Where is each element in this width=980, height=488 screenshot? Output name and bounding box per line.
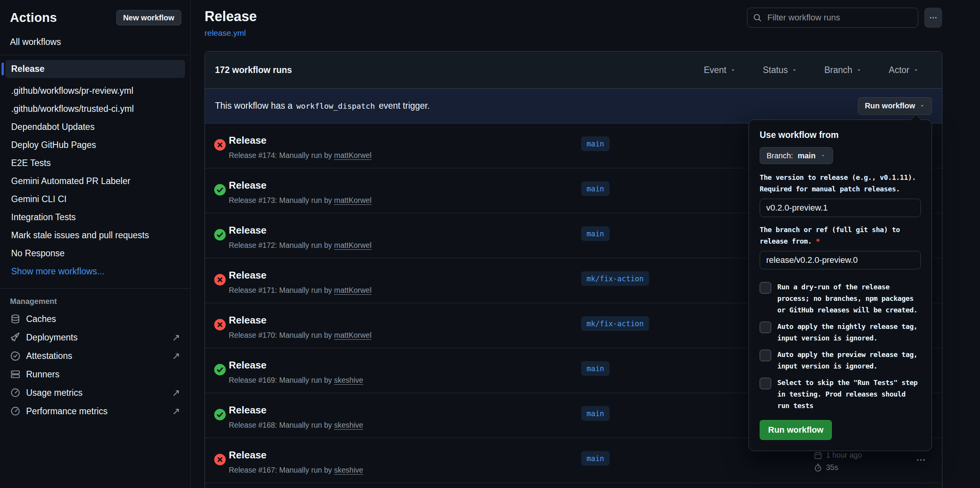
- run-title-link[interactable]: Release: [229, 449, 266, 461]
- sidebar-management-item[interactable]: Deployments ↗: [5, 328, 185, 347]
- runs-filters: Event Status Branch Actor: [701, 65, 932, 76]
- success-icon: [214, 364, 226, 375]
- checkbox[interactable]: [760, 282, 771, 294]
- version-input[interactable]: [760, 199, 921, 217]
- verified-icon: [10, 351, 20, 361]
- sidebar-workflow-item[interactable]: .github/workflows/trusted-ci.yml: [5, 100, 185, 118]
- chevron-down-icon: [820, 153, 826, 159]
- workflow-options-button[interactable]: [924, 8, 942, 28]
- arrow-up-right-icon: ↗: [172, 406, 180, 417]
- arrow-up-right-icon: ↗: [172, 332, 180, 343]
- rocket-icon: [10, 332, 20, 342]
- ref-input[interactable]: [760, 251, 921, 269]
- sidebar-workflow-item[interactable]: Integration Tests: [5, 208, 185, 226]
- runs-filter-dropdown[interactable]: Event: [701, 65, 738, 76]
- run-description: Release #170: Manually run by mattKorwel: [229, 331, 372, 340]
- sidebar-workflow-item[interactable]: Gemini CLI CI: [5, 190, 185, 208]
- branch-badge[interactable]: main: [581, 181, 610, 196]
- filter-runs-searchbox: [747, 8, 918, 28]
- run-workflow-submit-button[interactable]: Run workflow: [760, 420, 832, 440]
- run-title-link[interactable]: Release: [229, 404, 266, 416]
- actor-link[interactable]: mattKorwel: [334, 151, 372, 159]
- use-workflow-from-label: Use workflow from: [760, 130, 921, 140]
- checkbox[interactable]: [760, 378, 771, 389]
- chevron-down-icon: [730, 67, 736, 73]
- run-meta: 1 hour ago 35s: [814, 451, 862, 472]
- sidebar-workflow-item[interactable]: No Response: [5, 244, 185, 262]
- checkbox[interactable]: [760, 350, 771, 361]
- meter-icon: [10, 406, 20, 416]
- workflow-file-link[interactable]: release.yml: [205, 28, 246, 38]
- branch-badge[interactable]: main: [581, 136, 610, 151]
- run-title-link[interactable]: Release: [229, 314, 266, 326]
- arrow-up-right-icon: ↗: [172, 387, 180, 398]
- sidebar-item-all-workflows[interactable]: All workflows: [10, 37, 180, 47]
- failure-icon: [214, 139, 226, 151]
- branch-badge[interactable]: main: [581, 451, 610, 466]
- actor-link[interactable]: mattKorwel: [334, 241, 372, 249]
- dispatch-option-row: Select to skip the "Run Tests" step in t…: [760, 377, 921, 412]
- sidebar-management-item[interactable]: Performance metrics ↗: [5, 402, 185, 420]
- management-section-label: Management: [10, 297, 180, 306]
- chevron-down-icon: [919, 103, 925, 109]
- run-description: Release #169: Manually run by skeshive: [229, 376, 363, 385]
- runs-filter-dropdown[interactable]: Actor: [886, 65, 921, 76]
- sidebar-workflow-item[interactable]: .github/workflows/pr-review.yml: [5, 82, 185, 100]
- run-workflow-dropdown-panel: Use workflow from Branch:main The versio…: [749, 120, 932, 451]
- branch-badge[interactable]: main: [581, 226, 610, 241]
- runs-filter-dropdown[interactable]: Branch: [822, 65, 864, 76]
- required-asterisk: *: [816, 237, 820, 245]
- new-workflow-button[interactable]: New workflow: [116, 10, 181, 25]
- sidebar-workflow-item[interactable]: Deploy GitHub Pages: [5, 136, 185, 154]
- chevron-down-icon: [792, 67, 797, 73]
- runs-count: 172 workflow runs: [215, 65, 292, 75]
- run-title-link[interactable]: Release: [229, 224, 266, 236]
- header-controls: [747, 8, 942, 28]
- page-title: Release: [205, 8, 257, 25]
- page-header: Release release.yml: [205, 8, 257, 38]
- workflow-dispatch-code: workflow_dispatch: [296, 101, 375, 111]
- checkbox[interactable]: [760, 322, 771, 333]
- actor-link[interactable]: mattKorwel: [334, 286, 372, 294]
- sidebar-workflow-item[interactable]: Release: [5, 60, 185, 78]
- branch-badge[interactable]: mk/fix-action: [581, 316, 649, 331]
- actor-link[interactable]: skeshive: [334, 466, 363, 474]
- chevron-down-icon: [913, 67, 919, 73]
- success-icon: [214, 409, 226, 420]
- search-icon: [753, 13, 762, 22]
- success-icon: [214, 184, 226, 196]
- sidebar-workflow-item[interactable]: Gemini Automated PR Labeler: [5, 172, 185, 190]
- sidebar-workflow-item[interactable]: Dependabot Updates: [5, 118, 185, 136]
- actor-link[interactable]: skeshive: [334, 376, 363, 384]
- sidebar-management-item[interactable]: Caches ↗: [5, 310, 185, 328]
- branch-badge[interactable]: mk/fix-action: [581, 271, 649, 286]
- run-title-link[interactable]: Release: [229, 179, 266, 191]
- sidebar-workflow-item[interactable]: Mark stale issues and pull requests: [5, 226, 185, 244]
- actor-link[interactable]: mattKorwel: [334, 331, 372, 339]
- run-title-link[interactable]: Release: [229, 359, 266, 371]
- run-title-link[interactable]: Release: [229, 134, 266, 146]
- run-kebab-button[interactable]: [916, 455, 926, 465]
- filter-runs-input[interactable]: [767, 12, 912, 23]
- sidebar-workflow-item[interactable]: E2E Tests: [5, 154, 185, 172]
- sidebar-management-item[interactable]: Usage metrics ↗: [5, 383, 185, 402]
- runs-filter-dropdown[interactable]: Status: [760, 65, 800, 76]
- server-icon: [10, 369, 20, 379]
- kebab-icon: [929, 13, 937, 22]
- sidebar-management-item[interactable]: Runners ↗: [5, 365, 185, 383]
- branch-badge[interactable]: main: [581, 361, 610, 376]
- branch-badge[interactable]: main: [581, 406, 610, 421]
- branch-selector-button[interactable]: Branch:main: [760, 147, 833, 164]
- show-more-workflows-link[interactable]: Show more workflows...: [5, 262, 185, 281]
- failure-icon: [214, 454, 226, 465]
- run-description: Release #168: Manually run by skeshive: [229, 421, 363, 430]
- run-workflow-dropdown-button[interactable]: Run workflow: [858, 97, 932, 115]
- chevron-down-icon: [856, 67, 862, 73]
- actor-link[interactable]: skeshive: [334, 421, 363, 429]
- sidebar-management-item[interactable]: Attestations ↗: [5, 347, 185, 365]
- actor-link[interactable]: mattKorwel: [334, 196, 372, 204]
- success-icon: [214, 229, 226, 241]
- run-description: Release #172: Manually run by mattKorwel: [229, 241, 372, 250]
- run-title-link[interactable]: Release: [229, 269, 266, 281]
- workflow-dispatch-banner: This workflow has aworkflow_dispatcheven…: [205, 89, 942, 123]
